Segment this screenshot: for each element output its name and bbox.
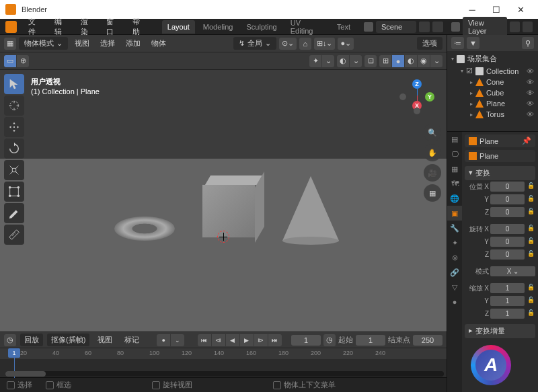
rot-y-field[interactable]: 0: [490, 237, 525, 247]
tool-cursor[interactable]: [4, 95, 24, 116]
tab-sculpting[interactable]: Sculpting: [241, 20, 282, 34]
playback-dropdown[interactable]: 回放: [20, 334, 43, 346]
outliner-item-plane[interactable]: ▸Plane👁: [449, 98, 537, 109]
proptab-output[interactable]: 🖵: [447, 147, 462, 161]
outliner-filter-icon[interactable]: ▼: [467, 37, 479, 49]
proptab-world[interactable]: 🌐: [447, 191, 462, 206]
outliner[interactable]: ▾场景集合 ▾☑Collection👁 ▸Cone👁 ▸Cube👁 ▸Plane…: [447, 51, 538, 132]
overlay-toggle[interactable]: ◐: [337, 55, 349, 67]
menu-view[interactable]: 视图: [71, 36, 93, 50]
object-data-field[interactable]: Plane: [465, 150, 535, 162]
shading-rendered[interactable]: ◉: [418, 55, 430, 67]
playhead[interactable]: 1: [8, 348, 20, 358]
timeline-marker[interactable]: 标记: [120, 333, 143, 347]
mesh-cone[interactable]: [282, 176, 339, 241]
snap-button[interactable]: ⌂: [299, 38, 311, 50]
timeline-ruler[interactable]: 1 20406080100120140160180200220240: [0, 348, 447, 359]
nav-gizmo[interactable]: ZYX: [399, 79, 434, 114]
mode-select[interactable]: 物体模式 ⌄: [19, 37, 68, 50]
tab-uv[interactable]: UV Editing: [285, 16, 329, 38]
keying-dropdown[interactable]: 抠像(插帧): [47, 334, 89, 346]
outliner-collection[interactable]: ▾☑Collection👁: [449, 65, 537, 77]
menu-object[interactable]: 物体: [147, 36, 170, 50]
viewlayer-delete-button[interactable]: [523, 22, 533, 32]
maximize-button[interactable]: ☐: [484, 5, 508, 15]
close-button[interactable]: ✕: [508, 5, 533, 15]
outliner-scene-collection[interactable]: ▾场景集合: [449, 52, 537, 65]
delta-transform-header[interactable]: ▸变换增量: [465, 324, 535, 338]
tab-layout[interactable]: Layout: [162, 20, 195, 34]
mesh-torus[interactable]: [114, 217, 175, 241]
snap-type-button[interactable]: ⊞↓⌄: [314, 38, 336, 50]
object-name-field[interactable]: Plane📌: [465, 134, 535, 147]
proptab-data[interactable]: ▽: [447, 280, 462, 295]
jump-start-button[interactable]: ⏮: [198, 334, 211, 346]
tool-select[interactable]: [4, 74, 24, 94]
proportional-button[interactable]: ●⌄: [338, 38, 354, 50]
clock-icon[interactable]: ◷: [323, 334, 336, 346]
shading-preview[interactable]: ◐: [405, 55, 417, 67]
proptab-particle[interactable]: ✦: [447, 235, 462, 250]
scale-y-field[interactable]: 1: [490, 296, 525, 306]
proptab-viewlayer[interactable]: ▦: [447, 161, 462, 176]
play-reverse-button[interactable]: ◀: [226, 334, 239, 346]
outliner-search-icon[interactable]: ⚲: [522, 37, 534, 49]
play-button[interactable]: ▶: [240, 334, 254, 346]
menu-select[interactable]: 选择: [96, 36, 119, 50]
horizontal-scrollbar[interactable]: [5, 371, 444, 377]
rot-mode-field[interactable]: X ⌄: [490, 266, 535, 276]
pos-y-field[interactable]: 0: [490, 194, 525, 204]
transform-panel-header[interactable]: ▾变换: [465, 166, 535, 180]
scene-field[interactable]: Scene: [376, 21, 416, 33]
gizmo-toggle[interactable]: ✦: [309, 55, 321, 67]
scale-z-field[interactable]: 1: [490, 309, 525, 319]
proptab-object[interactable]: ▣: [447, 206, 462, 221]
tab-modeling[interactable]: Modeling: [198, 20, 239, 34]
outliner-item-torus[interactable]: ▸Torus👁: [449, 109, 537, 120]
xray-toggle[interactable]: ⊡: [364, 55, 377, 67]
outliner-item-cone[interactable]: ▸Cone👁: [449, 77, 537, 87]
autokey-toggle[interactable]: ●: [157, 334, 170, 346]
minimize-button[interactable]: ─: [460, 5, 484, 15]
mesh-cube[interactable]: [202, 184, 256, 238]
current-frame-field[interactable]: 1: [291, 335, 321, 346]
menu-add[interactable]: 添加: [122, 36, 145, 50]
select-tool-icon[interactable]: ▭: [4, 55, 16, 67]
shading-solid[interactable]: ●: [392, 55, 404, 67]
editor-type-icon[interactable]: ▦: [4, 38, 16, 50]
nav-zoom-icon[interactable]: 🔍: [424, 124, 441, 141]
proptab-physics[interactable]: ⊚: [447, 250, 462, 265]
pivot-button[interactable]: ⊙⌄: [279, 38, 297, 50]
nav-perspective-icon[interactable]: ▦: [424, 184, 441, 202]
shading-wireframe[interactable]: ⊞: [379, 55, 391, 67]
tool-annotate[interactable]: [4, 203, 24, 223]
lock-icon[interactable]: 🔓: [526, 182, 535, 192]
tool-move[interactable]: [4, 117, 24, 137]
timeline-view[interactable]: 视图: [93, 333, 116, 347]
tab-text[interactable]: Text: [332, 20, 356, 34]
options-dropdown[interactable]: 选项: [417, 37, 443, 50]
nav-move-icon[interactable]: ✋: [424, 144, 441, 161]
jump-end-button[interactable]: ⏭: [268, 334, 282, 346]
cursor-tool-icon[interactable]: ⊕: [17, 55, 29, 67]
overlay-dropdown[interactable]: ⌄: [350, 55, 362, 67]
viewlayer-new-button[interactable]: [510, 22, 520, 32]
end-frame-field[interactable]: 250: [413, 335, 443, 346]
gizmo-dropdown[interactable]: ⌄: [322, 55, 334, 67]
proptab-modifier[interactable]: 🔧: [447, 221, 462, 235]
3d-viewport[interactable]: 用户透视 (1) Collection | Plane ZYX 🔍 ✋ 🎥 ▦: [0, 70, 447, 331]
outliner-item-cube[interactable]: ▸Cube👁: [449, 87, 537, 98]
autokey-dropdown[interactable]: ⌄: [171, 334, 184, 346]
tool-measure[interactable]: [4, 225, 24, 245]
outliner-editor-icon[interactable]: ≔: [451, 37, 464, 49]
timeline-editor-icon[interactable]: ◷: [4, 334, 16, 346]
rot-x-field[interactable]: 0: [490, 224, 525, 234]
viewlayer-field[interactable]: View Layer: [463, 17, 507, 37]
pos-x-field[interactable]: 0: [490, 182, 525, 192]
rot-z-field[interactable]: 0: [490, 249, 525, 260]
keyframe-next-button[interactable]: ⧐: [254, 334, 268, 346]
tool-scale[interactable]: [4, 160, 24, 180]
blender-logo-icon[interactable]: [5, 21, 17, 33]
proptab-constraint[interactable]: 🔗: [447, 265, 462, 280]
nav-camera-icon[interactable]: 🎥: [424, 164, 441, 182]
